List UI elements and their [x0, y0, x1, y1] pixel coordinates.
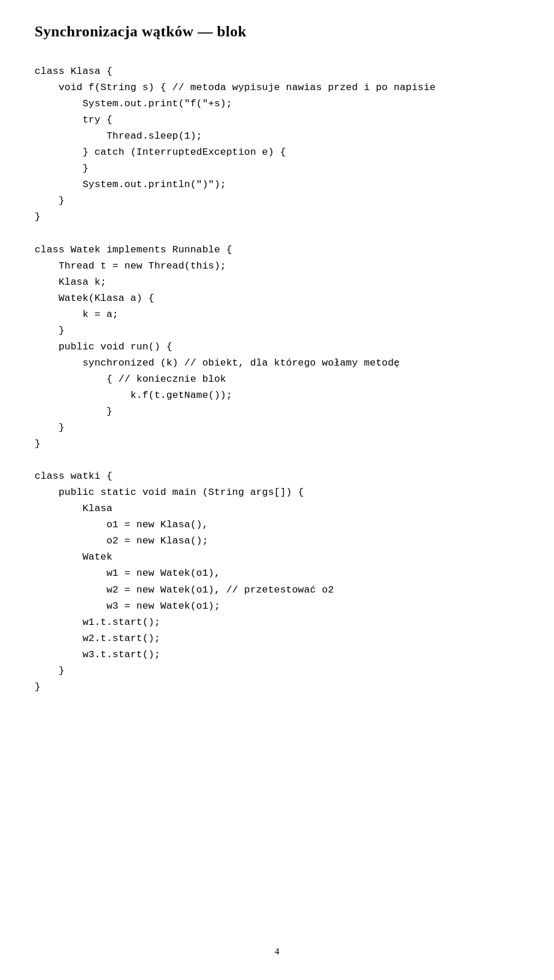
code-content: class Klasa { void f(String s) { // meto… [35, 64, 519, 695]
page-title: Synchronizacja wątków — blok [35, 23, 519, 40]
page-number: 4 [275, 947, 279, 957]
